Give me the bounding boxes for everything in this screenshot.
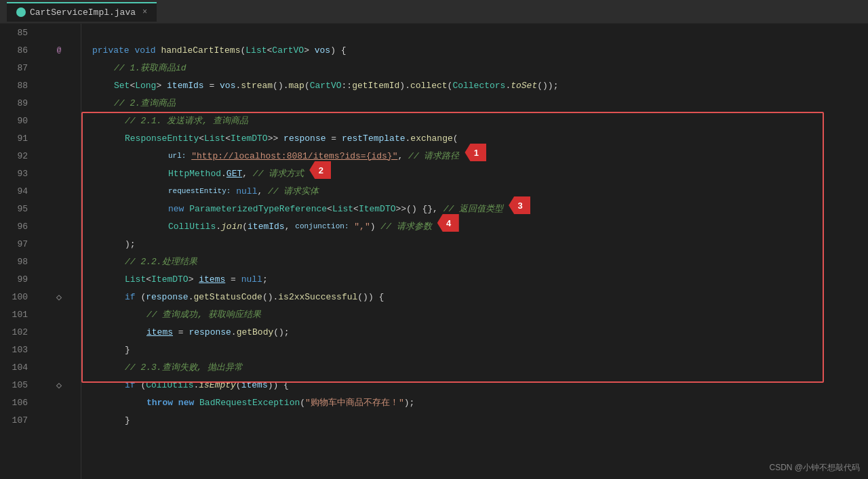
line-num-98: 98	[0, 257, 37, 267]
line-num-86: 86	[0, 45, 37, 56]
line-num-99: 99	[0, 274, 37, 285]
line-num-104: 104	[0, 362, 37, 373]
annotation-86: @	[37, 46, 81, 54]
tab-filename: CartServiceImpl.java	[30, 7, 136, 18]
line-num-101: 101	[0, 310, 37, 320]
var-items-105: items	[241, 380, 268, 390]
comment-89: // 2.查询商品	[114, 97, 176, 109]
type-badrequestexception: BadRequestException	[199, 398, 300, 408]
comment-93: // 请求方式	[253, 167, 304, 180]
java-icon	[16, 7, 26, 17]
line-num-93: 93	[0, 169, 37, 179]
code-line-85	[81, 24, 868, 41]
var-vos: vos	[220, 81, 235, 91]
gutter-row-96: 96	[0, 217, 81, 235]
keyword-new-95: new	[168, 204, 184, 214]
line-num-103: 103	[0, 345, 37, 355]
type-responseentity: ResponseEntity	[125, 133, 199, 144]
gutter-row-86: 86 @	[0, 41, 81, 59]
gutter-row-91: 91	[0, 129, 81, 147]
line-num-85: 85	[0, 28, 37, 38]
method-getstatuscode: getStatusCode	[193, 292, 262, 302]
type-collutils: CollUtils	[168, 222, 216, 232]
type-httpmethod: HttpMethod	[168, 169, 221, 179]
code-line-86: private void handleCartItems(List<CartVO…	[81, 41, 868, 59]
type-itemdto3: ItemDTO	[151, 274, 189, 285]
tab-close-button[interactable]: ×	[142, 7, 147, 17]
code-line-96: CollUtils.join(itemIds, conjunction: ","…	[81, 217, 868, 235]
type-set: Set	[114, 81, 130, 91]
method-stream: stream	[241, 81, 273, 91]
comment-95: // 返回值类型	[443, 203, 503, 215]
method-getbody: getBody	[237, 327, 274, 337]
code-line-104: // 2.3.查询失败, 抛出异常	[81, 358, 868, 376]
gutter-row-88: 88	[0, 77, 81, 94]
gutter-row-100: 100 ◇	[0, 288, 81, 306]
line-num-107: 107	[0, 415, 37, 425]
code-line-100: if (response.getStatusCode().is2xxSucces…	[81, 288, 868, 306]
keyword-throw: throw	[146, 398, 173, 408]
method-toset: toSet	[511, 81, 537, 91]
code-lines: private void handleCartItems(List<CartVO…	[81, 24, 868, 429]
type-collectors: Collectors	[452, 81, 505, 91]
code-line-88: Set<Long> itemIds = vos.stream().map(Car…	[81, 77, 868, 94]
line-num-100: 100	[0, 292, 37, 302]
line-num-90: 90	[0, 116, 37, 126]
title-bar: CartServiceImpl.java ×	[0, 0, 868, 24]
param-vos: vos	[315, 45, 330, 56]
comment-92: // 请求路径	[408, 150, 459, 162]
keyword-null-99: null	[241, 274, 262, 285]
line-num-94: 94	[0, 186, 37, 196]
type-list3: List	[332, 204, 353, 214]
gutter-row-101: 101	[0, 306, 81, 323]
code-line-103: }	[81, 341, 868, 358]
main-container: CartServiceImpl.java × 85 86 @ 87 88	[0, 0, 868, 479]
editor-area: 85 86 @ 87 88 89 90	[0, 24, 868, 479]
keyword-null: null	[236, 186, 257, 196]
csdn-watermark: CSDN @小钟不想敲代码	[769, 462, 860, 474]
var-resttemplate: restTemplate	[342, 133, 406, 144]
type-parameterized: ParameterizedTypeReference	[189, 204, 327, 214]
line-num-105: 105	[0, 380, 37, 390]
file-tab[interactable]: CartServiceImpl.java ×	[7, 2, 157, 22]
gutter-row-98: 98	[0, 253, 81, 270]
gutter-row-99: 99	[0, 270, 81, 288]
gutter-row-95: 95	[0, 200, 81, 217]
gutter-row-85: 85	[0, 24, 81, 41]
gutter-row-90: 90	[0, 112, 81, 129]
gutter-row-102: 102	[0, 323, 81, 341]
string-url: "http://localhost:8081/items?ids={ids}"	[191, 151, 397, 161]
gutter-row-94: 94	[0, 182, 81, 200]
line-num-97: 97	[0, 239, 37, 249]
method-is2xx: is2xxSuccessful	[278, 292, 357, 302]
code-line-101: // 查询成功, 获取响应结果	[81, 306, 868, 323]
code-line-90: // 2.1. 发送请求, 查询商品	[81, 112, 868, 129]
var-response-102: response	[189, 327, 231, 337]
code-area: private void handleCartItems(List<CartVO…	[81, 24, 868, 479]
type-list: List	[245, 45, 267, 56]
string-errormsg: "购物车中商品不存在！"	[305, 396, 404, 409]
gutter-row-93: 93	[0, 165, 81, 182]
line-num-106: 106	[0, 398, 37, 408]
keyword-if: if	[125, 292, 136, 302]
field-get: GET	[226, 169, 242, 179]
method-map: map	[289, 81, 304, 91]
var-items: items	[199, 274, 225, 285]
var-itemids-96: itemIds	[248, 222, 285, 232]
type-itemdto: ItemDTO	[231, 133, 268, 144]
line-num-87: 87	[0, 63, 37, 73]
code-line-95: new ParameterizedTypeReference<List<Item…	[81, 200, 868, 217]
param-label-conjunction: conjunction:	[295, 222, 349, 230]
comment-90: // 2.1. 发送请求, 查询商品	[125, 114, 248, 127]
gutter-row-104: 104	[0, 358, 81, 376]
gutter-row-87: 87	[0, 59, 81, 77]
code-line-87: // 1.获取商品id	[81, 59, 868, 77]
gutter-row-89: 89	[0, 94, 81, 112]
line-num-89: 89	[0, 98, 37, 108]
line-number-gutter: 85 86 @ 87 88 89 90	[0, 24, 81, 479]
code-line-89: // 2.查询商品	[81, 94, 868, 112]
comment-87: // 1.获取商品id	[114, 62, 186, 74]
line-num-92: 92	[0, 151, 37, 161]
annotation-105: ◇	[37, 379, 81, 391]
param-label-requestentity: requestEntity:	[168, 187, 231, 195]
